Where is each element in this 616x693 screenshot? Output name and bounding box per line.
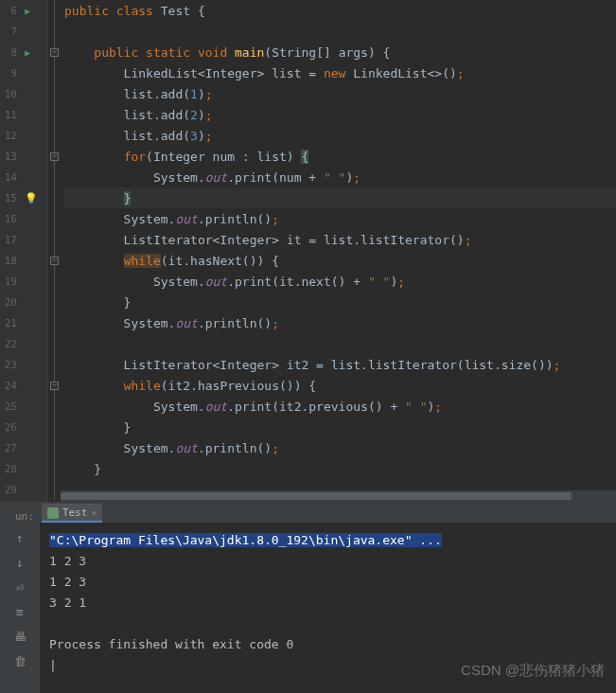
code-line[interactable]: }	[64, 187, 616, 208]
gutter: 6▶78▶9101112131415💡161718192021222324252…	[0, 0, 47, 502]
h-scrollbar[interactable]	[61, 490, 616, 502]
line-number: 8	[0, 46, 19, 59]
code-line[interactable]: System.out.println();	[64, 312, 616, 333]
fold-icon[interactable]: −	[50, 152, 59, 161]
code-line[interactable]: public static void main(String[] args) {	[64, 42, 616, 62]
line-number: 25	[0, 400, 19, 413]
line-number: 27	[0, 442, 19, 454]
code-line[interactable]: System.out.print(num + " ");	[64, 167, 616, 187]
editor: 6▶78▶9101112131415💡161718192021222324252…	[0, 0, 616, 502]
line-number: 15	[0, 192, 19, 204]
line-number: 12	[0, 130, 19, 142]
code-line[interactable]: ListIterator<Integer> it2 = list.listIte…	[64, 354, 616, 375]
bulb-icon[interactable]: 💡	[25, 192, 38, 204]
line-number: 24	[0, 380, 19, 392]
fold-icon[interactable]: −	[50, 257, 59, 265]
line-number: 26	[0, 421, 19, 434]
line-number: 6	[0, 5, 19, 17]
print-icon[interactable]: 🖶	[12, 629, 27, 644]
code-line[interactable]	[64, 21, 616, 42]
code-line[interactable]: while(it.hasNext()) {	[64, 250, 616, 271]
code-line[interactable]: System.out.print(it2.previous() + " ");	[64, 396, 616, 417]
run-tab[interactable]: Test ✕	[42, 504, 103, 523]
code-line[interactable]: System.out.println();	[64, 437, 616, 458]
code-line[interactable]: ListIterator<Integer> it = list.listIter…	[64, 229, 616, 250]
console-line: 1 2 3	[49, 572, 607, 593]
line-number: 13	[0, 151, 19, 163]
line-number: 7	[0, 26, 19, 38]
line-number: 17	[0, 234, 19, 246]
code-line[interactable]: while(it2.hasPrevious()) {	[64, 375, 616, 396]
fold-bar: −−−−	[47, 0, 61, 502]
line-number: 10	[0, 88, 19, 100]
line-number: 20	[0, 296, 19, 309]
line-number: 28	[0, 463, 19, 475]
console-line: 3 2 1	[49, 593, 607, 613]
close-icon[interactable]: ✕	[91, 507, 97, 518]
up-icon[interactable]: ↑	[12, 530, 27, 545]
run-toolbar: ↑ ↓ ⏎ ≡ 🖶 🗑	[0, 523, 40, 693]
watermark: CSDN @悲伤猪猪小猪	[461, 662, 605, 680]
trash-icon[interactable]: 🗑	[12, 653, 27, 668]
line-number: 16	[0, 213, 19, 225]
console-line: Process finished with exit code 0	[49, 634, 607, 655]
down-icon[interactable]: ↓	[12, 555, 27, 570]
line-number: 19	[0, 275, 19, 288]
code-line[interactable]: }	[64, 292, 616, 312]
line-number: 29	[0, 484, 19, 496]
code-line[interactable]	[64, 333, 616, 354]
code-line[interactable]: list.add(3);	[64, 125, 616, 146]
wrap-icon[interactable]: ⏎	[12, 579, 27, 595]
code-line[interactable]: LinkedList<Integer> list = new LinkedLis…	[64, 62, 616, 83]
scroll-icon[interactable]: ≡	[12, 604, 27, 619]
console-line: 1 2 3	[49, 551, 607, 572]
console-cmd: "C:\Program Files\Java\jdk1.8.0_192\bin\…	[49, 533, 442, 547]
fold-icon[interactable]: −	[50, 48, 59, 57]
code-line[interactable]: for(Integer num : list) {	[64, 146, 616, 167]
fold-icon[interactable]: −	[50, 382, 59, 390]
line-number: 21	[0, 317, 19, 329]
code-line[interactable]: System.out.println();	[64, 208, 616, 229]
code-line[interactable]: }	[64, 458, 616, 479]
scroll-thumb[interactable]	[61, 492, 572, 500]
code-line[interactable]: list.add(1);	[64, 83, 616, 104]
code-line[interactable]: System.out.print(it.next() + " ");	[64, 271, 616, 292]
run-tab-label: Test	[62, 506, 88, 519]
line-number: 9	[0, 67, 19, 80]
line-number: 23	[0, 359, 19, 371]
run-icon[interactable]: ▶	[25, 47, 30, 58]
console-line	[49, 613, 607, 634]
line-number: 11	[0, 109, 19, 121]
line-number: 14	[0, 171, 19, 184]
line-number: 22	[0, 338, 19, 350]
run-icon[interactable]: ▶	[25, 6, 30, 16]
test-icon	[47, 507, 59, 519]
code-line[interactable]: }	[64, 417, 616, 437]
code-line[interactable]: list.add(2);	[64, 104, 616, 125]
line-number: 18	[0, 255, 19, 267]
code-area[interactable]: public class Test { public static void m…	[61, 0, 616, 502]
run-tabs: un: Test ✕	[0, 502, 616, 523]
code-line[interactable]: public class Test {	[64, 0, 616, 21]
run-tool-label: un:	[8, 510, 42, 523]
